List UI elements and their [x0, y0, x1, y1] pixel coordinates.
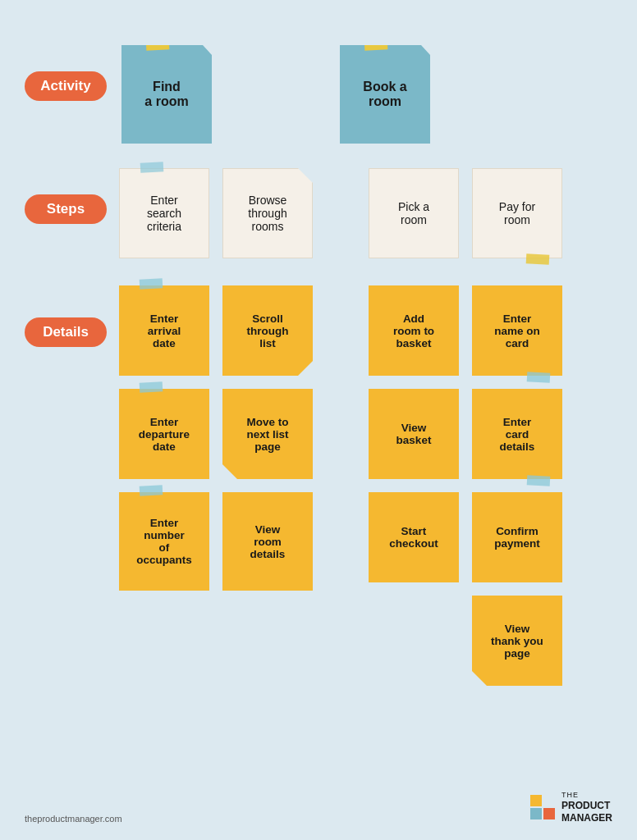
- branding: THE PRODUCT MANAGER: [530, 791, 612, 824]
- steps-label: Steps: [25, 194, 107, 224]
- activity-row: Activity Find a room Book a room: [25, 37, 612, 144]
- book-room-group: Book a room: [333, 37, 437, 144]
- book-detail-row-1: Add room to basket Enter name on card: [364, 279, 566, 376]
- details-content: Enter arrival date Scroll through list E…: [115, 279, 612, 686]
- pay-room-label: Pay for room: [499, 200, 535, 226]
- brand-sq-yellow: [530, 795, 542, 806]
- name-on-card-card: Enter name on card: [472, 285, 562, 376]
- activity-label-col: Activity: [25, 37, 107, 101]
- activity-content: Find a room Book a room: [115, 37, 612, 144]
- arrival-date-card: Enter arrival date: [119, 285, 209, 376]
- find-room-card: Find a room: [121, 45, 212, 144]
- book-steps-group: Pick a room Pay for room: [364, 160, 566, 258]
- next-list-page-card: Move to next list page: [222, 389, 313, 479]
- scroll-list-label: Scroll through list: [247, 313, 289, 349]
- departure-date-card: Enter departure date: [119, 389, 209, 479]
- book-details-group: Add room to basket Enter name on card Vi…: [364, 279, 566, 686]
- confirm-payment-card: Confirm payment: [472, 492, 562, 582]
- view-basket-label: View basket: [396, 422, 432, 446]
- scroll-list-card: Scroll through list: [222, 285, 313, 376]
- find-details-group: Enter arrival date Scroll through list E…: [115, 279, 317, 591]
- brand-sq-teal: [530, 808, 542, 819]
- pay-room-card: Pay for room: [472, 168, 562, 258]
- num-occupants-label: Enter number of occupants: [136, 517, 192, 566]
- page-wrapper: Activity Find a room Book a room: [0, 0, 637, 840]
- details-label: Details: [25, 317, 107, 347]
- confirm-payment-label: Confirm payment: [494, 525, 540, 550]
- find-detail-row-2: Enter departure date Move to next list p…: [115, 382, 317, 479]
- book-room-label: Book a room: [363, 80, 406, 109]
- book-detail-row-2: View basket Enter card details: [364, 382, 566, 479]
- thank-you-label: View thank you page: [491, 623, 543, 660]
- main-layout: Activity Find a room Book a room: [25, 25, 612, 686]
- view-basket-card: View basket: [369, 389, 459, 479]
- browse-rooms-label: Browse through rooms: [248, 194, 286, 233]
- brand-sq-orange: [543, 808, 555, 819]
- find-room-label: Find a room: [144, 80, 188, 109]
- next-list-page-label: Move to next list page: [246, 416, 288, 453]
- activity-label: Activity: [25, 71, 107, 101]
- add-basket-label: Add room to basket: [393, 313, 434, 349]
- find-room-group: Find a room: [115, 37, 218, 144]
- room-details-label: View room details: [250, 523, 286, 560]
- brand-the: THE: [561, 791, 612, 801]
- details-label-col: Details: [25, 279, 107, 347]
- enter-search-label: Enter search criteria: [147, 194, 181, 233]
- browse-rooms-card: Browse through rooms: [222, 168, 313, 258]
- book-room-card: Book a room: [340, 45, 430, 144]
- steps-label-col: Steps: [25, 160, 107, 224]
- book-detail-row-3: Start checkout Confirm payment: [364, 486, 566, 582]
- num-occupants-card: Enter number of occupants: [119, 492, 209, 591]
- departure-date-label: Enter departure date: [139, 416, 190, 453]
- brand-icon: [530, 795, 555, 819]
- details-row: Details Enter arrival date Scroll throug…: [25, 279, 612, 686]
- add-basket-card: Add room to basket: [369, 285, 459, 376]
- steps-content: Enter search criteria Browse through roo…: [115, 160, 612, 258]
- bottom-url: theproductmanager.com: [25, 814, 122, 824]
- find-steps-group: Enter search criteria Browse through roo…: [115, 160, 317, 258]
- brand-name: PRODUCT MANAGER: [561, 800, 612, 824]
- name-on-card-label: Enter name on card: [494, 313, 540, 349]
- enter-search-card: Enter search criteria: [119, 168, 209, 258]
- brand-text: THE PRODUCT MANAGER: [561, 791, 612, 824]
- card-details-label: Enter card details: [500, 416, 535, 453]
- find-detail-row-1: Enter arrival date Scroll through list: [115, 279, 317, 376]
- thank-you-card: View thank you page: [472, 596, 562, 686]
- book-detail-row-4: View thank you page: [364, 589, 566, 686]
- brand-sq-empty: [543, 795, 555, 806]
- find-detail-row-3: Enter number of occupants View room deta…: [115, 486, 317, 591]
- pick-room-card: Pick a room: [369, 168, 459, 258]
- pick-room-label: Pick a room: [398, 200, 429, 226]
- start-checkout-card: Start checkout: [369, 492, 459, 582]
- arrival-date-label: Enter arrival date: [148, 313, 181, 349]
- room-details-card: View room details: [222, 492, 313, 591]
- card-details-card: Enter card details: [472, 389, 562, 479]
- steps-row: Steps Enter search criteria Browse throu…: [25, 160, 612, 258]
- start-checkout-label: Start checkout: [389, 525, 438, 550]
